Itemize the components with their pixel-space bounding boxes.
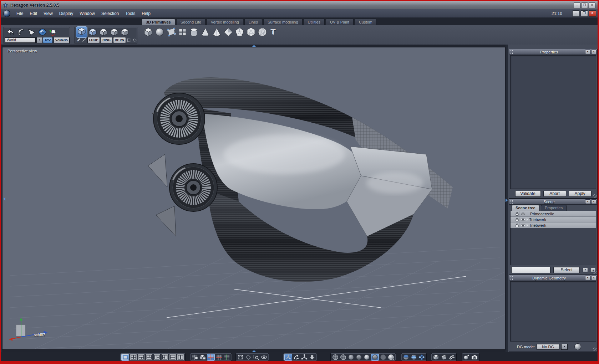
tab-uv-paint[interactable]: UV & Paint: [326, 19, 354, 25]
visibility-eye-icon[interactable]: [260, 354, 268, 360]
apply-button[interactable]: Apply: [569, 191, 592, 197]
tab-utilities[interactable]: Utilities: [304, 19, 325, 25]
hexagon-logo-icon[interactable]: [3, 10, 10, 17]
points-cube-icon[interactable]: [87, 27, 98, 37]
drag-handle-icon[interactable]: [510, 200, 513, 204]
cone-primitive-icon[interactable]: [200, 27, 210, 37]
lock-icon[interactable]: [515, 223, 519, 227]
cube-primitive-icon[interactable]: [143, 27, 153, 37]
cylinder-primitive-icon[interactable]: [189, 27, 199, 37]
panel-resize-grip[interactable]: [593, 194, 597, 198]
symmetry-flower-icon[interactable]: [418, 354, 425, 360]
layout-quad-icon[interactable]: [130, 354, 137, 360]
torus-ring-icon[interactable]: [37, 27, 48, 37]
box-deformer-icon[interactable]: [432, 354, 440, 360]
edges-cube-icon[interactable]: [98, 27, 109, 37]
validate-button[interactable]: Validate: [515, 191, 541, 197]
flat-wire-mode-icon[interactable]: [355, 354, 362, 360]
layout-top-wide-icon[interactable]: [138, 354, 145, 360]
translate-manipulator-icon[interactable]: [284, 354, 292, 361]
menu-file[interactable]: File: [13, 10, 26, 17]
eye-icon[interactable]: [521, 224, 526, 227]
diamond-primitive-icon[interactable]: [223, 27, 233, 37]
scene-tree-row[interactable]: Triebwerk: [511, 217, 596, 222]
dodecahedron-primitive-icon[interactable]: [246, 27, 256, 37]
abort-button[interactable]: Abort: [543, 191, 566, 197]
doc-close-button[interactable]: ×: [589, 10, 596, 17]
panel-resize-grip[interactable]: [593, 348, 597, 351]
camera-icon[interactable]: [471, 354, 478, 360]
menu-selection[interactable]: Selection: [98, 10, 122, 17]
drag-handle-icon[interactable]: [510, 276, 513, 280]
camera-button[interactable]: CAMERA: [54, 37, 70, 43]
redo-icon[interactable]: [16, 27, 26, 37]
lasso-icon[interactable]: [132, 37, 137, 43]
menu-edit[interactable]: Edit: [26, 10, 40, 17]
dynamic-geometry-header[interactable]: Dynamic Geometry ▼ ×: [509, 275, 597, 281]
fit-view-icon[interactable]: [237, 354, 244, 360]
pick-wedge-icon[interactable]: [26, 27, 37, 37]
drag-handle-icon[interactable]: [510, 50, 513, 54]
tab-scene-properties[interactable]: Properties: [541, 205, 567, 211]
right-panel-collapse-icon[interactable]: [506, 199, 508, 202]
ghost-dynamic-geometry-icon[interactable]: [48, 27, 59, 37]
rotate-manipulator-icon[interactable]: [293, 354, 300, 360]
expand-arrow-icon[interactable]: [527, 224, 528, 227]
facet-primitive-icon[interactable]: [166, 27, 176, 37]
expand-arrow-icon[interactable]: [527, 218, 528, 221]
xyz-button[interactable]: XYZ: [43, 37, 53, 43]
polyhedron-primitive-icon[interactable]: [234, 27, 245, 37]
panel-close-button[interactable]: ×: [591, 199, 597, 204]
wireframe-mode-icon[interactable]: [332, 354, 339, 360]
scene-tree-row[interactable]: Triebwerk: [511, 222, 596, 228]
loop-button[interactable]: LOOP: [87, 37, 100, 43]
pyramid-primitive-icon[interactable]: [212, 27, 222, 37]
properties-panel-header[interactable]: Properties ▼ ×: [509, 49, 597, 55]
panel-collapse-button[interactable]: ▼: [585, 50, 590, 54]
close-button[interactable]: ×: [589, 2, 595, 8]
scene-filter-input[interactable]: [511, 267, 550, 273]
dg-preview-sphere-icon[interactable]: [574, 343, 581, 350]
scene-panel-header[interactable]: Scene ▼ ×: [509, 199, 597, 205]
panel-close-button[interactable]: ×: [591, 50, 597, 54]
tab-surface-modeling[interactable]: Surface modeling: [263, 19, 303, 25]
text-primitive-icon[interactable]: T: [269, 27, 278, 37]
undo-icon[interactable]: [5, 27, 16, 37]
marquee-icon[interactable]: [127, 37, 132, 43]
scene-tree-row[interactable]: Primeaerzelle: [511, 211, 596, 217]
geodesic-primitive-icon[interactable]: [257, 27, 268, 37]
zoom-region-icon[interactable]: [253, 354, 260, 360]
panel-close-button[interactable]: ×: [591, 276, 597, 280]
menu-tools[interactable]: Tools: [122, 10, 138, 17]
center-selection-icon[interactable]: [245, 354, 252, 360]
tab-second-life[interactable]: Second Life: [176, 19, 205, 25]
light-icon[interactable]: [463, 354, 470, 360]
left-panel-collapse-icon[interactable]: [3, 197, 5, 201]
layout-single-icon[interactable]: [121, 354, 129, 361]
layout-left-tall-icon[interactable]: [153, 354, 161, 360]
grid-horizontal-axis-icon[interactable]: [215, 354, 223, 360]
eye-icon[interactable]: [521, 212, 526, 216]
dg-mode-select[interactable]: No DG: [537, 344, 559, 350]
pencil-icon[interactable]: [76, 37, 81, 43]
title-bar[interactable]: Hexagon Version 2.5.0.5 ─ ❐ ×: [1, 1, 598, 10]
scroll-down-button[interactable]: ▼: [583, 268, 588, 272]
tab-lines[interactable]: Lines: [244, 19, 262, 25]
flat-shade-mode-icon[interactable]: [347, 354, 355, 360]
eye-icon[interactable]: [521, 218, 526, 221]
world-space-select[interactable]: World: [5, 37, 36, 43]
smooth-shade-mode-icon[interactable]: [363, 354, 370, 360]
viewport-top-collapse-handle[interactable]: [2, 45, 506, 47]
hidden-line-mode-icon[interactable]: [340, 354, 347, 360]
menu-display[interactable]: Display: [56, 10, 76, 17]
bend-deformer-icon[interactable]: [448, 354, 455, 360]
grid-primitive-icon[interactable]: [177, 27, 188, 37]
scale-manipulator-icon[interactable]: [301, 354, 308, 360]
dg-mode-dropdown-button[interactable]: ▼: [561, 344, 568, 350]
tab-scene-tree[interactable]: Scene tree: [512, 205, 539, 211]
grid-axes-icon[interactable]: [207, 354, 215, 361]
select-button[interactable]: Select: [553, 267, 580, 273]
panel-splitter[interactable]: [506, 45, 508, 352]
ghost-shade-mode-icon[interactable]: [380, 354, 387, 360]
drop-to-ground-icon[interactable]: [309, 354, 316, 360]
